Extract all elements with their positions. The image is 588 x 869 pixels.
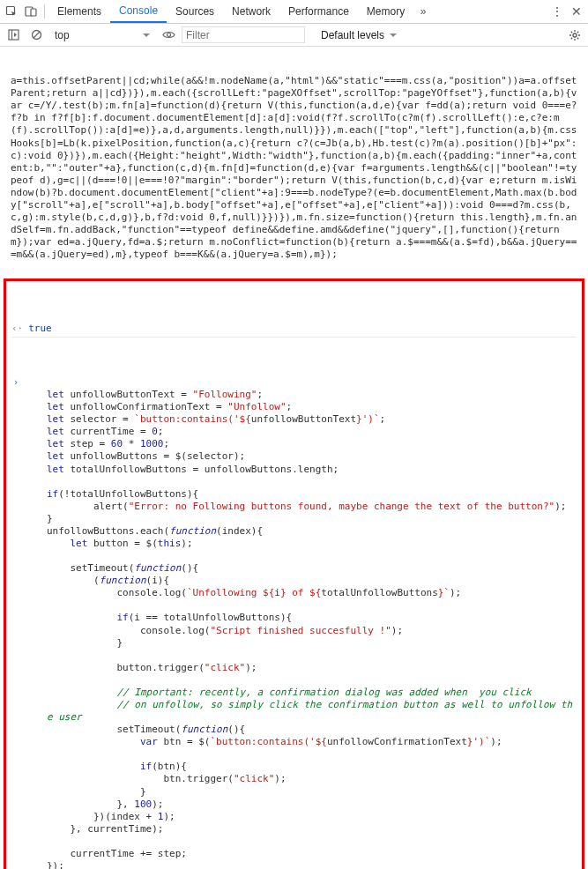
eye-icon[interactable] bbox=[159, 26, 178, 45]
console-messages: a=this.offsetParent||cd;while(a&&!m.node… bbox=[0, 47, 588, 275]
tab-performance[interactable]: Performance bbox=[279, 0, 358, 23]
devtools-tabs: Elements Console Sources Network Perform… bbox=[48, 0, 433, 23]
log-levels-select[interactable]: Default levels bbox=[321, 29, 397, 41]
input-indicator-icon: › bbox=[11, 376, 20, 869]
output-indicator-icon: ‹· bbox=[11, 323, 23, 335]
console-settings-icon[interactable] bbox=[565, 26, 584, 45]
inspect-element-icon[interactable] bbox=[2, 2, 21, 21]
result-true: true bbox=[28, 323, 577, 335]
console-toolbar: top Default levels bbox=[0, 24, 588, 47]
svg-line-7 bbox=[33, 32, 40, 38]
toggle-sidebar-icon[interactable] bbox=[4, 26, 23, 45]
device-mode-icon[interactable] bbox=[21, 2, 41, 21]
filter-input[interactable] bbox=[182, 26, 305, 43]
tabs-overflow-icon[interactable]: » bbox=[413, 0, 433, 23]
svg-rect-3 bbox=[9, 30, 19, 40]
svg-rect-2 bbox=[31, 9, 36, 16]
svg-point-8 bbox=[167, 33, 170, 37]
svg-point-9 bbox=[573, 33, 577, 37]
tab-elements[interactable]: Elements bbox=[48, 0, 110, 23]
tab-sources[interactable]: Sources bbox=[167, 0, 223, 23]
tab-network[interactable]: Network bbox=[223, 0, 279, 23]
devtools-header: Elements Console Sources Network Perform… bbox=[0, 0, 588, 24]
tab-memory[interactable]: Memory bbox=[358, 0, 413, 23]
svg-marker-5 bbox=[14, 33, 17, 37]
minified-log-entry: a=this.offsetParent||cd;while(a&&!m.node… bbox=[11, 73, 577, 263]
close-devtools-icon[interactable]: ✕ bbox=[567, 4, 586, 19]
clear-console-icon[interactable] bbox=[26, 26, 46, 45]
user-script-input[interactable]: let unfollowButtonText = "Following"; le… bbox=[26, 376, 577, 869]
highlighted-region: ‹· true › let unfollowButtonText = "Foll… bbox=[4, 279, 584, 869]
more-options-icon[interactable]: ⋮ bbox=[547, 4, 567, 19]
tab-console[interactable]: Console bbox=[110, 0, 167, 23]
execution-context-select[interactable]: top bbox=[49, 27, 155, 43]
